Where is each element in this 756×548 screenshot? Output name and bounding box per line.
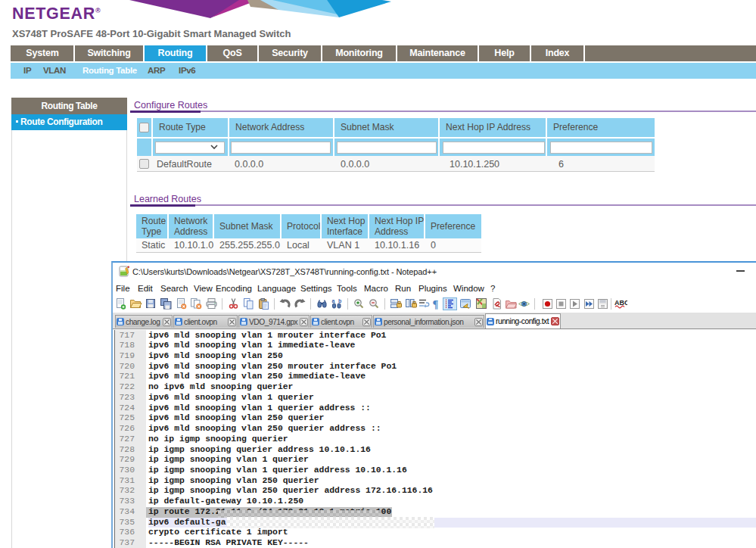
svg-text:b: b <box>338 298 341 304</box>
svg-text:a: a <box>332 298 335 304</box>
svg-text:ABC: ABC <box>614 299 627 307</box>
svg-text:¶: ¶ <box>433 298 439 310</box>
